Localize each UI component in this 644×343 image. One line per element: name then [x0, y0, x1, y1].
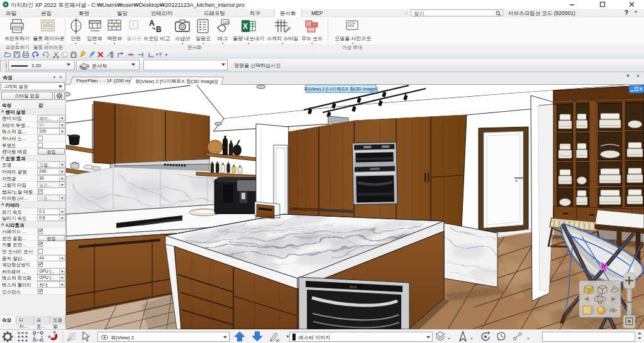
svg-text:88:88: 88:88 [350, 285, 357, 289]
svg-text:30: 30 [275, 339, 280, 342]
svg-text:보기: 보기 [5, 63, 8, 73]
svg-text:1: 1 [132, 22, 135, 26]
svg-text:+?: +? [155, 52, 162, 58]
svg-text:A: A [149, 19, 155, 28]
svg-text:X: X [243, 22, 248, 31]
svg-text:B: B [156, 25, 162, 34]
svg-text:125: 125 [223, 21, 230, 24]
svg-text:뷰(View) 2 [다이렉트X 창(3D Image)]: 뷰(View) 2 [다이렉트X 창(3D Image)] [304, 86, 378, 92]
